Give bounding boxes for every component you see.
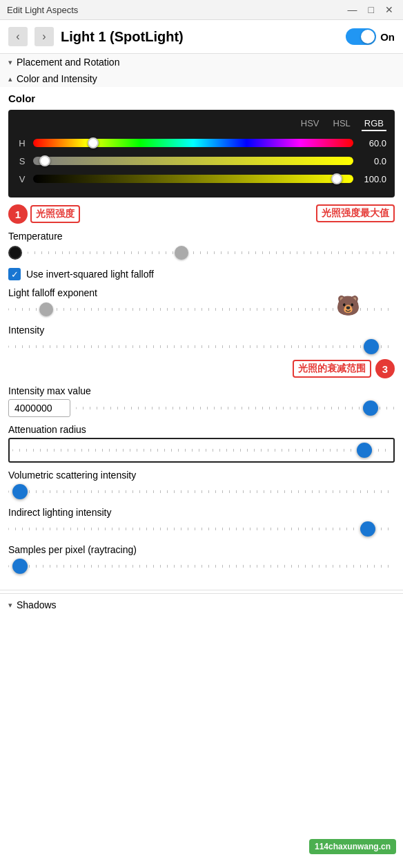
intensity-max-track: [76, 407, 395, 409]
samples-label: Samples per pixel (raytracing): [8, 544, 395, 555]
mascot-decoration: 🐻: [336, 294, 360, 317]
title-bar-text: Edit Light Aspects: [7, 5, 78, 15]
volumetric-label: Volumetric scattering intensity: [8, 470, 395, 481]
checkbox-invert-squared[interactable]: ✓: [8, 268, 21, 280]
s-slider-container[interactable]: [33, 155, 353, 167]
checkbox-label: Use invert-squared light falloff: [26, 269, 154, 280]
header-row: ‹ › Light 1 (SpotLight) On: [0, 20, 403, 54]
samples-track: [8, 565, 395, 568]
close-button[interactable]: ✕: [382, 4, 396, 15]
s-track: [33, 157, 353, 165]
toggle-track[interactable]: [346, 28, 376, 45]
intensity-max-label: Intensity max value: [8, 385, 395, 396]
temperature-slider[interactable]: [28, 244, 395, 261]
color-label: Color: [8, 93, 395, 104]
intensity-row: [8, 338, 395, 355]
indirect-label: Indirect lighting intensity: [8, 507, 395, 518]
samples-thumb[interactable]: [12, 559, 28, 574]
watermark: 114chaxunwang.cn: [309, 839, 396, 854]
shadows-section[interactable]: ▾ Shadows: [0, 593, 403, 616]
annotation-row-1: 1 光照强度 光照强度最大值: [8, 204, 395, 224]
falloff-row: 🐻: [8, 301, 395, 318]
attenuation-row: [12, 442, 391, 459]
attenuation-track: [12, 449, 391, 452]
annotation-3-group: 光照的衰减范围 3: [8, 359, 395, 378]
toggle-label: On: [380, 31, 395, 43]
intensity-max-row: [8, 399, 395, 417]
v-slider-container[interactable]: [33, 173, 353, 185]
maximize-button[interactable]: □: [366, 4, 377, 15]
annotation-circle-1: 1: [8, 204, 28, 224]
shadows-chevron-icon: ▾: [8, 601, 12, 610]
v-value: 100.0: [359, 174, 386, 184]
intensity-max-input[interactable]: [8, 399, 70, 417]
intensity-track: [8, 345, 395, 348]
section-divider: [0, 590, 403, 590]
v-thumb[interactable]: [331, 173, 342, 184]
samples-row: [8, 558, 395, 575]
minimize-button[interactable]: —: [345, 4, 360, 15]
light-title: Light 1 (SpotLight): [61, 29, 339, 45]
volumetric-thumb[interactable]: [12, 484, 28, 499]
intensity-max-thumb[interactable]: [363, 401, 378, 416]
intensity-thumb[interactable]: [364, 339, 379, 354]
s-slider-row: S 0.0: [17, 155, 386, 167]
attenuation-highlighted-row: [8, 438, 395, 463]
s-thumb[interactable]: [39, 155, 50, 166]
intensity-slider[interactable]: [8, 338, 395, 355]
temperature-track: [28, 251, 395, 254]
annotation-3-inner: 光照的衰减范围 3: [293, 359, 395, 378]
annotation-box-1: 光照强度: [30, 205, 80, 223]
v-label: V: [17, 174, 28, 184]
temperature-row: [8, 244, 395, 261]
annotation-2-group: 光照强度最大值: [316, 204, 395, 222]
intensity-max-slider[interactable]: [76, 400, 395, 416]
indirect-slider[interactable]: [8, 521, 395, 537]
v-track: [33, 175, 353, 183]
indirect-track: [8, 528, 395, 530]
h-value: 60.0: [359, 138, 386, 148]
h-track: [33, 139, 353, 147]
color-intensity-label: Color and Intensity: [17, 73, 97, 84]
tab-hsl[interactable]: HSL: [331, 117, 353, 131]
toggle-thumb: [361, 30, 375, 44]
attenuation-thumb[interactable]: [357, 443, 372, 458]
chevron-up-icon: ▴: [8, 75, 12, 84]
annotation-box-3: 光照的衰减范围: [293, 360, 371, 378]
h-slider-container[interactable]: [33, 137, 353, 149]
placement-label: Placement and Rotation: [17, 57, 119, 68]
nav-back-button[interactable]: ‹: [8, 27, 28, 46]
chevron-down-icon: ▾: [8, 58, 12, 67]
tab-hsv[interactable]: HSV: [298, 117, 322, 131]
placement-section-header[interactable]: ▾ Placement and Rotation: [0, 54, 403, 70]
samples-slider[interactable]: [8, 558, 395, 575]
title-bar-controls: — □ ✕: [345, 4, 396, 15]
annotation-circle-3: 3: [375, 359, 395, 378]
h-slider-row: H 60.0: [17, 137, 386, 149]
content-area: Color HSV HSL RGB H 60.0 S 0.0: [0, 87, 403, 587]
attenuation-label: Attenuation radius: [8, 424, 395, 435]
color-panel: HSV HSL RGB H 60.0 S 0.0 V: [8, 110, 395, 197]
s-value: 0.0: [359, 156, 386, 166]
temperature-thumb[interactable]: [175, 246, 188, 260]
tab-rgb[interactable]: RGB: [362, 117, 386, 131]
annotation-box-2: 光照强度最大值: [316, 204, 395, 222]
attenuation-slider[interactable]: [12, 442, 391, 459]
h-thumb[interactable]: [88, 137, 99, 148]
indirect-row: [8, 521, 395, 537]
nav-forward-button[interactable]: ›: [35, 27, 54, 46]
s-label: S: [17, 156, 28, 166]
indirect-thumb[interactable]: [360, 521, 375, 537]
h-label: H: [17, 138, 28, 148]
volumetric-row: [8, 483, 395, 500]
falloff-thumb[interactable]: [39, 302, 53, 316]
temperature-label: Temperature: [8, 231, 395, 242]
annotation-1-group: 1 光照强度: [8, 204, 80, 224]
intensity-label: Intensity: [8, 325, 395, 336]
checkbox-row: ✓ Use invert-squared light falloff: [8, 268, 395, 280]
color-dot-black: [8, 246, 22, 260]
color-section-header[interactable]: ▴ Color and Intensity: [0, 70, 403, 87]
volumetric-slider[interactable]: [8, 483, 395, 500]
toggle-switch[interactable]: On: [346, 28, 395, 45]
v-slider-row: V 100.0: [17, 173, 386, 185]
